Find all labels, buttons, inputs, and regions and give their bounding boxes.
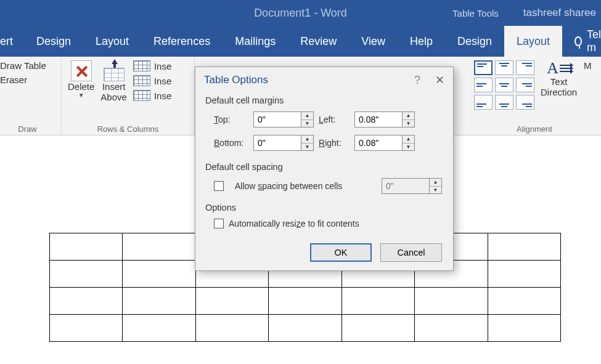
label-right: Right: [319,138,354,148]
tab-review[interactable]: Review [288,26,349,57]
margin-right-spinner[interactable]: ▲▼ [354,135,420,151]
insert-below-label: Inse [154,61,171,71]
insert-right-label: Inse [154,91,171,101]
margin-right-input[interactable] [354,135,403,151]
margin-top-spinner[interactable]: ▲▼ [253,111,319,127]
align-middle-right-button[interactable] [516,78,534,92]
text-direction-icon: A [547,60,571,76]
group-label-alignment: Alignment [474,123,595,134]
spin-down-icon[interactable]: ▼ [301,120,313,127]
title-bar: Document1 - Word Table Tools tashreef sh… [0,0,601,26]
margin-left-input[interactable] [354,111,403,127]
grid-icon [133,75,150,86]
tell-me-label: Tell m [587,28,601,54]
margin-top-input[interactable] [253,111,301,127]
spin-down-icon[interactable]: ▼ [301,144,313,151]
auto-resize-checkbox[interactable] [214,219,224,229]
tell-me-search[interactable]: Tell m [562,26,601,57]
tab-design[interactable]: Design [24,26,83,57]
delete-label: Delete [68,81,94,92]
text-direction-label-2: Direction [541,87,577,97]
spin-down-icon[interactable]: ▼ [403,144,414,151]
auto-resize-label: Automatically resize to fit contents [229,219,359,229]
tab-insert-partial[interactable]: ert [0,26,24,57]
group-label-draw: Draw [0,123,55,134]
delete-icon [71,60,92,81]
tab-help[interactable]: Help [398,26,445,57]
insert-above-label-1: Insert [102,81,126,92]
cancel-button[interactable]: Cancel [380,243,442,262]
section-label-options: Options [205,203,444,212]
text-direction-button[interactable]: A Text Direction [541,60,577,97]
ok-button[interactable]: OK [310,243,372,262]
draw-table-button[interactable]: Draw Table [0,60,46,71]
spin-up-icon[interactable]: ▲ [301,112,313,120]
cell-spacing-input [382,178,430,194]
margin-left-spinner[interactable]: ▲▼ [354,111,420,127]
alignment-grid [474,60,534,110]
username-label: tashreef sharee [523,7,596,19]
align-middle-left-button[interactable] [474,78,493,92]
tab-view[interactable]: View [349,26,398,57]
insert-above-label-2: Above [100,92,127,102]
tab-mailings[interactable]: Mailings [223,26,288,57]
grid-icon [133,90,150,101]
spin-up-icon[interactable]: ▲ [403,135,414,144]
section-label-margins: Default cell margins [205,95,444,105]
text-direction-label-1: Text [550,76,568,87]
align-top-left-button[interactable] [474,60,493,75]
spin-up-icon: ▲ [430,179,441,187]
grid-icon [133,60,150,71]
align-middle-center-button[interactable] [495,78,513,92]
insert-below-button[interactable]: Inse [133,60,171,71]
align-top-center-button[interactable] [495,60,513,75]
margin-bottom-input[interactable] [253,135,301,151]
dialog-help-button[interactable]: ? [414,74,420,87]
dialog-close-button[interactable]: ✕ [435,73,444,87]
align-bottom-right-button[interactable] [516,95,534,110]
table-options-dialog: Table Options ? ✕ Default cell margins T… [195,67,454,271]
tab-table-layout[interactable]: Layout [504,26,562,57]
tab-table-design[interactable]: Design [445,26,504,57]
spin-down-icon: ▼ [430,187,441,194]
chevron-down-icon: ▼ [78,92,84,99]
cell-margins-label: M [584,60,592,71]
insert-left-label: Inse [154,76,171,86]
insert-right-button[interactable]: Inse [133,90,171,101]
insert-above-button[interactable]: Insert Above [100,60,127,102]
group-label-rows-columns: Rows & Columns [68,123,188,134]
cell-margins-button[interactable]: M [583,60,592,71]
align-bottom-center-button[interactable] [495,95,513,110]
spin-up-icon[interactable]: ▲ [301,135,313,144]
allow-spacing-label: Allow spacing between cells [235,181,342,191]
label-left: Left: [319,115,354,124]
context-tab-label: Table Tools [452,8,499,18]
label-bottom: Bottom: [214,138,253,148]
align-bottom-left-button[interactable] [474,95,493,110]
dialog-title: Table Options [204,74,268,86]
eraser-button[interactable]: Eraser [0,75,46,85]
tab-references[interactable]: References [141,26,223,57]
spin-up-icon[interactable]: ▲ [403,112,414,120]
lightbulb-icon [574,36,582,46]
margin-bottom-spinner[interactable]: ▲▼ [253,135,319,151]
delete-button[interactable]: Delete ▼ [68,60,94,99]
cell-spacing-spinner: ▲▼ [382,178,442,194]
spin-down-icon[interactable]: ▼ [403,120,414,127]
tab-layout[interactable]: Layout [83,26,141,57]
insert-left-button[interactable]: Inse [133,75,171,86]
insert-above-icon [104,60,125,81]
tab-bar: ert Design Layout References Mailings Re… [0,26,601,57]
section-label-spacing: Default cell spacing [205,162,444,172]
align-top-right-button[interactable] [516,60,534,75]
allow-spacing-checkbox[interactable] [214,181,224,191]
label-top: Top: [214,115,253,124]
